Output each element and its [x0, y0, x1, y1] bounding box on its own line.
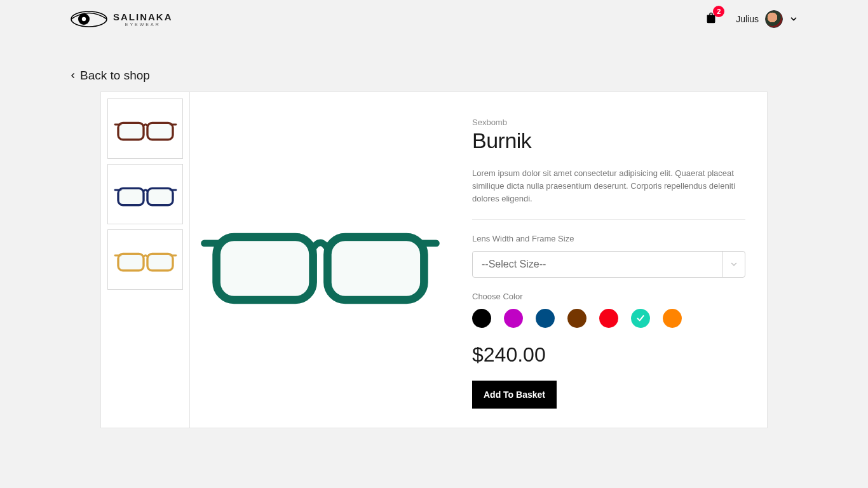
svg-rect-18	[327, 237, 424, 300]
eye-logo-icon	[70, 10, 108, 29]
product-description: Lorem ipsum dolor sit amet consectetur a…	[472, 167, 745, 220]
app-header: SALINAKA EYEWEAR 2 Julius	[0, 0, 868, 38]
thumbnail-list[interactable]	[101, 92, 190, 428]
check-icon	[635, 313, 646, 323]
color-option-purple[interactable]	[504, 309, 523, 328]
svg-rect-17	[217, 237, 313, 300]
chevron-left-icon	[70, 71, 76, 81]
avatar	[765, 10, 783, 28]
svg-rect-9	[118, 188, 144, 205]
svg-rect-10	[147, 188, 173, 205]
brand-subtitle: EYEWEAR	[113, 22, 173, 27]
svg-rect-13	[118, 254, 144, 270]
color-option-brown[interactable]	[567, 309, 587, 328]
size-select[interactable]: --Select Size--	[472, 251, 745, 278]
color-option-black[interactable]	[472, 309, 491, 328]
thumbnail-variant-navy-frame[interactable]	[107, 164, 183, 224]
back-link-label: Back to shop	[80, 69, 150, 83]
brand-logo[interactable]: SALINAKA EYEWEAR	[70, 10, 173, 29]
cart-button[interactable]: 2	[704, 11, 718, 27]
product-main-image	[190, 92, 451, 428]
header-right: 2 Julius	[704, 10, 798, 28]
chevron-down-icon	[729, 260, 738, 269]
chevron-down-icon	[789, 15, 798, 24]
color-option-teal[interactable]	[631, 309, 650, 328]
size-label: Lens Width and Frame Size	[472, 234, 745, 243]
product-details: Sexbomb Burnik Lorem ipsum dolor sit ame…	[451, 92, 767, 428]
thumbnail-variant-amber-frame[interactable]	[107, 229, 183, 290]
cart-count-badge: 2	[713, 6, 724, 17]
product-brand: Sexbomb	[472, 118, 745, 127]
size-select-value: --Select Size--	[482, 259, 546, 270]
add-to-basket-button[interactable]: Add To Basket	[472, 381, 557, 409]
user-name: Julius	[736, 14, 759, 24]
color-options	[472, 309, 745, 328]
svg-rect-5	[118, 123, 144, 139]
product-name: Burnik	[472, 128, 745, 153]
svg-point-2	[82, 17, 86, 21]
svg-rect-6	[147, 123, 173, 139]
user-menu[interactable]: Julius	[736, 10, 798, 28]
thumbnail-variant-brown-frame[interactable]	[107, 98, 183, 159]
brand-name: SALINAKA	[113, 11, 173, 22]
color-label: Choose Color	[472, 292, 745, 301]
product-card: Sexbomb Burnik Lorem ipsum dolor sit ame…	[100, 92, 768, 428]
svg-rect-14	[147, 254, 173, 270]
back-to-shop-link[interactable]: Back to shop	[0, 69, 868, 83]
color-option-blue[interactable]	[536, 309, 555, 328]
color-option-orange[interactable]	[663, 309, 682, 328]
color-option-red[interactable]	[599, 309, 618, 328]
select-chevron	[722, 252, 745, 277]
product-price: $240.00	[472, 343, 745, 367]
